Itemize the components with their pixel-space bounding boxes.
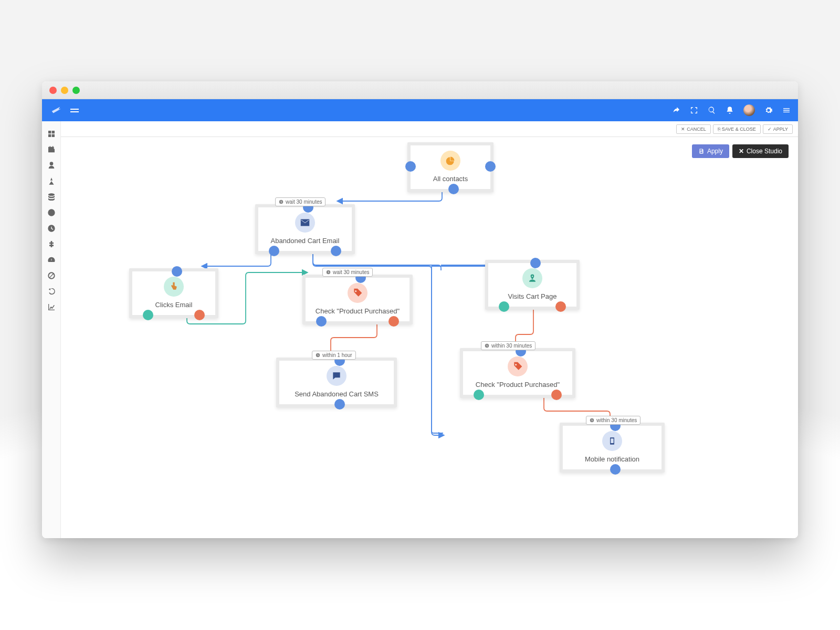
connector[interactable] [555,301,566,312]
connector[interactable] [551,390,562,400]
clock-icon[interactable] [47,224,56,233]
within-tag: within 1 hour [312,351,356,360]
search-icon[interactable] [708,106,716,114]
node-check-purchased-1[interactable]: Check "Product Purchased" [302,275,413,324]
node-send-sms[interactable]: Send Abandoned Cart SMS [276,358,397,407]
location-icon [522,268,542,288]
gear-icon[interactable] [764,106,773,114]
cancel-label: CANCEL [687,127,706,132]
wait-tag: wait 30 minutes [322,268,373,277]
block-icon[interactable] [47,271,56,280]
save-close-label: SAVE & CLOSE [722,127,756,132]
history-icon[interactable] [47,287,56,296]
apply-label: APPLY [773,127,788,132]
bell-icon[interactable] [726,106,734,114]
connector[interactable] [269,246,279,256]
user-avatar[interactable] [743,104,755,116]
cancel-button[interactable]: ✕CANCEL [676,124,711,134]
apply-button[interactable]: ✓APPLY [763,124,793,134]
node-all-contacts[interactable]: All contacts [407,142,494,192]
connector[interactable] [334,399,345,410]
chat-icon [327,366,346,386]
app-topbar [42,99,798,121]
window-zoom-button[interactable] [72,87,80,94]
node-label: Visits Cart Page [508,292,557,300]
node-label: Mobile notification [585,455,639,463]
connector[interactable] [316,316,327,327]
node-abandoned-email[interactable]: Abandoned Cart Email [255,204,355,254]
hamburger-icon[interactable] [782,106,791,114]
node-label: All contacts [433,175,468,183]
node-label: Abandoned Cart Email [271,237,340,245]
fullscreen-icon[interactable] [690,106,698,114]
node-label: Send Abandoned Cart SMS [295,390,379,398]
node-label: Check "Product Purchased" [316,307,400,315]
action-subbar: ✕CANCEL ⎘SAVE & CLOSE ✓APPLY [42,121,798,137]
connector[interactable] [194,310,205,320]
tag-icon [348,283,368,303]
sidebar [42,121,61,538]
connector[interactable] [388,316,399,327]
connector[interactable] [485,161,496,172]
share-icon[interactable] [672,106,680,114]
wait-tag: wait 30 minutes [275,197,326,206]
node-visits-cart[interactable]: Visits Cart Page [485,260,580,310]
within-tag: within 30 minutes [586,416,640,425]
gauge-icon[interactable] [47,256,56,264]
plugin-icon[interactable] [47,240,56,248]
calendar-icon[interactable] [47,145,56,154]
hand-click-icon [164,277,184,297]
campaigns-icon[interactable] [47,177,56,185]
menu-toggle-button[interactable] [70,109,79,112]
window-close-button[interactable] [49,87,57,94]
envelope-icon [295,213,315,233]
window-titlebar [42,81,798,99]
node-mobile-notification[interactable]: Mobile notification [560,423,665,472]
connector[interactable] [448,184,459,194]
canvas[interactable]: Apply ✕ Close Studio All contacts [61,137,798,538]
app-logo-icon [49,103,63,117]
connector[interactable] [143,310,153,320]
browser-window: ✕CANCEL ⎘SAVE & CLOSE ✓APPLY [42,81,798,538]
node-check-purchased-2[interactable]: Check "Product Purchased" [460,348,575,398]
node-label: Check "Product Purchased" [476,381,560,388]
mobile-icon [602,431,622,451]
connector[interactable] [172,266,182,277]
flow-edges [61,137,798,538]
dashboard-icon[interactable] [47,130,56,138]
tag-icon [508,356,528,376]
window-minimize-button[interactable] [61,87,68,94]
within-tag: within 30 minutes [481,341,536,350]
target-icon[interactable] [47,208,56,217]
connector[interactable] [499,301,509,312]
contacts-icon[interactable] [47,161,56,170]
pie-chart-icon [440,151,460,171]
connector[interactable] [610,464,621,475]
save-close-button[interactable]: ⎘SAVE & CLOSE [713,124,761,134]
connector[interactable] [405,161,416,172]
node-clicks-email[interactable]: Clicks Email [129,268,218,318]
connector[interactable] [530,258,541,268]
node-label: Clicks Email [155,301,193,309]
connector[interactable] [474,390,484,400]
analytics-icon[interactable] [47,303,56,311]
database-icon[interactable] [47,193,56,201]
connector[interactable] [331,246,341,256]
